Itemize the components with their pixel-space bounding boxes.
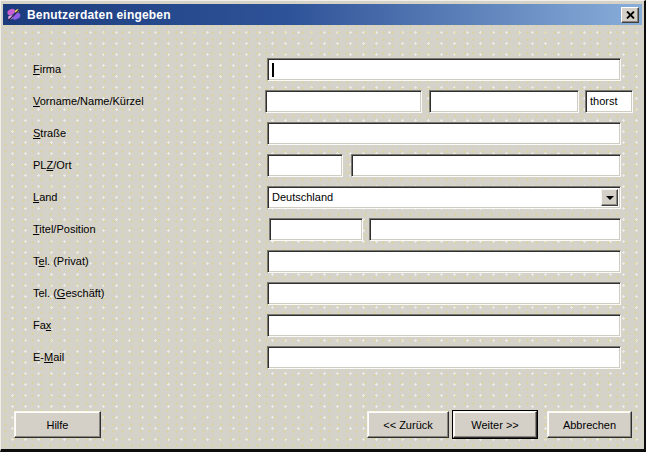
strasse-input[interactable]: [267, 122, 621, 145]
email-input[interactable]: [267, 346, 621, 369]
vorname-input[interactable]: [265, 90, 422, 113]
vorname-label: Vorname/Name/Kürzel: [33, 90, 144, 113]
label-mnemonic: x: [46, 319, 52, 331]
cancel-button[interactable]: Abbrechen: [547, 411, 632, 438]
email-label: E-Mail: [33, 346, 64, 369]
position-input[interactable]: [369, 218, 621, 241]
label-text: traße: [40, 127, 66, 139]
land-combobox[interactable]: Deutschland: [267, 186, 621, 209]
label-text: orname/Name/Kürzel: [40, 95, 144, 107]
label-mnemonic: V: [33, 95, 40, 107]
form-row-firma: Firma: [1, 58, 644, 81]
firma-input[interactable]: [267, 58, 621, 81]
label-mnemonic: F: [33, 63, 40, 75]
label-text: E-: [33, 351, 44, 363]
form-row-tel-privat: Tel. (Privat): [1, 250, 644, 273]
tel-geschaeft-label: Tel. (Geschäft): [33, 282, 105, 305]
label-text: Fa: [33, 319, 46, 331]
butterfly-app-icon: [6, 7, 22, 23]
ort-input[interactable]: [351, 154, 621, 177]
titel-position-label: Titel/Position: [33, 218, 96, 241]
firma-label: Firma: [33, 58, 61, 81]
form-row-land: Land Deutschland: [1, 186, 644, 209]
form-row-email: E-Mail: [1, 346, 644, 369]
form-row-tel-geschaeft: Tel. (Geschäft): [1, 282, 644, 305]
form-row-plz-ort: PLZ/Ort: [1, 154, 644, 177]
form-row-titel-position: Titel/Position: [1, 218, 644, 241]
fax-label: Fax: [33, 314, 51, 337]
close-icon: [626, 11, 635, 19]
label-text: l. (Privat): [45, 255, 89, 267]
form-row-vorname-name-kuerzel: Vorname/Name/Kürzel thorst: [1, 90, 644, 113]
user-data-dialog: Benutzerdaten eingeben Firma Vorname/Nam…: [0, 0, 646, 452]
label-text: itel/Position: [39, 223, 95, 235]
back-button[interactable]: << Zurück: [367, 411, 449, 438]
label-text: Tel. (: [33, 287, 57, 299]
help-button[interactable]: Hilfe: [14, 411, 101, 438]
tel-privat-input[interactable]: [267, 250, 621, 273]
window-title: Benutzerdaten eingeben: [27, 8, 171, 22]
plz-ort-label: PLZ/Ort: [33, 154, 72, 177]
plz-input[interactable]: [267, 154, 343, 177]
chevron-down-icon: [606, 196, 614, 200]
land-label: Land: [33, 186, 57, 209]
kuerzel-input[interactable]: thorst: [585, 90, 633, 113]
label-text: /Ort: [53, 159, 71, 171]
label-text: irma: [40, 63, 61, 75]
next-button[interactable]: Weiter >>: [453, 411, 537, 438]
tel-privat-label: Tel. (Privat): [33, 250, 89, 273]
label-text: and: [39, 191, 57, 203]
titel-input[interactable]: [269, 218, 363, 241]
text-caret: [272, 63, 274, 77]
tel-geschaeft-input[interactable]: [267, 282, 621, 305]
label-mnemonic: M: [44, 351, 53, 363]
fax-input[interactable]: [267, 314, 621, 337]
form-row-fax: Fax: [1, 314, 644, 337]
form-row-strasse: Straße: [1, 122, 644, 145]
label-text: PL: [33, 159, 46, 171]
close-button[interactable]: [621, 7, 639, 23]
label-text: ail: [53, 351, 64, 363]
strasse-label: Straße: [33, 122, 66, 145]
titlebar[interactable]: Benutzerdaten eingeben: [3, 4, 642, 25]
combobox-selected-value: Deutschland: [272, 191, 333, 203]
combobox-dropdown-button[interactable]: [601, 189, 618, 206]
label-text: eschäft): [65, 287, 104, 299]
field-value: thorst: [590, 95, 618, 107]
name-input[interactable]: [429, 90, 579, 113]
